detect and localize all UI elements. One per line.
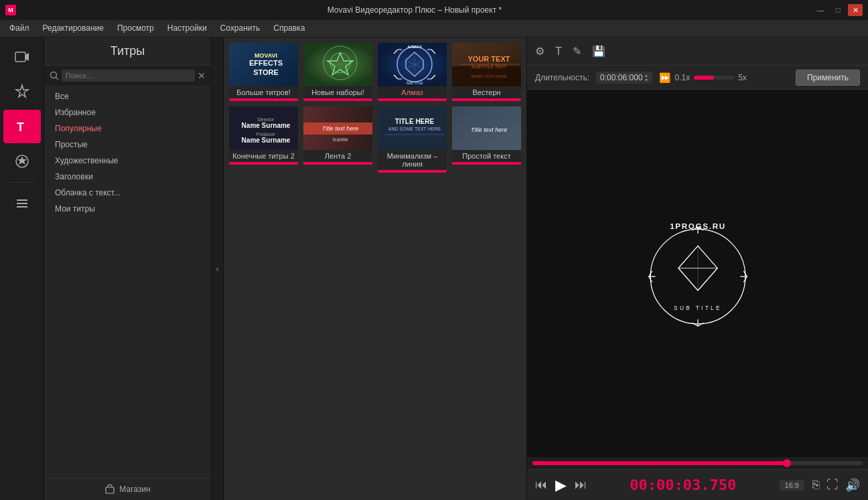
chevron-left-icon: ‹: [216, 264, 219, 274]
svg-text:SUB TITLE: SUB TITLE: [406, 81, 423, 85]
menu-help[interactable]: Справка: [267, 22, 311, 35]
cat-artistic[interactable]: Художественные: [44, 153, 211, 169]
svg-text:SUBTITLE TEXT: SUBTITLE TEXT: [471, 64, 507, 69]
title-bar-accent: [452, 98, 521, 101]
timecode-display: 00:00:03.750: [595, 477, 772, 493]
menu-view[interactable]: Просмотр: [111, 22, 161, 35]
svg-text:Name Surname: Name Surname: [242, 137, 291, 144]
ctrl-icons: ⎘ ⛶ 🔊: [812, 478, 860, 493]
playback-slider[interactable]: [527, 457, 868, 469]
categories-list: Все Избранное Популярные Простые Художес…: [44, 86, 211, 478]
final-thumb: Director Name Surname Producer Name Surn…: [229, 106, 298, 150]
svg-text:Director: Director: [258, 117, 275, 122]
settings-tool-btn[interactable]: ⚙: [535, 45, 545, 58]
preview-area: 1PROGS.RU: [527, 90, 868, 457]
duration-spinners[interactable]: ▲ ▼: [644, 73, 649, 82]
edit-tool-btn[interactable]: ✎: [573, 45, 581, 58]
window-title: Movavi Видеоредактор Плюс – Новый проект…: [16, 5, 813, 15]
speed-section: ⏩ 0.1x 5x: [659, 72, 746, 83]
title-label-almaz: Алмаз: [378, 86, 447, 98]
speed-fill: [694, 76, 714, 80]
title-card-minimal[interactable]: TITLE HERE AND SOME TEXT HERE Минимализм…: [378, 106, 447, 173]
search-input[interactable]: [62, 70, 195, 82]
titles-row-2: Director Name Surname Producer Name Surn…: [229, 106, 521, 173]
western-thumb: YOUR TEXT SUBTITLE TEXT MORE TEXT HERE: [452, 43, 521, 86]
preview-panel: ⚙ T ✎ 💾 Длительность: 0:00:06:000 ▲ ▼ ⏩ …: [526, 37, 868, 500]
sidebar-effects-btn[interactable]: [3, 75, 41, 108]
cat-bubbles[interactable]: Облачка с текст...: [44, 185, 211, 201]
title-label-new-sets: Новые наборы!: [303, 86, 372, 98]
svg-marker-4: [17, 157, 27, 165]
export-btn[interactable]: ⎘: [812, 478, 820, 493]
title-label-western: Вестерн: [452, 86, 521, 98]
store-icon: [104, 484, 115, 495]
svg-text:TITLE HERE: TITLE HERE: [395, 118, 435, 125]
speed-icon: ⏩: [659, 72, 670, 83]
sidebar-transitions-btn[interactable]: [3, 187, 41, 220]
duration-time: 0:00:06:000: [600, 73, 642, 82]
playback-thumb[interactable]: [783, 459, 791, 467]
sidebar-titles-btn[interactable]: T: [3, 110, 41, 143]
sidebar-video-btn[interactable]: [3, 40, 41, 74]
duration-label: Длительность:: [535, 73, 589, 82]
menu-bar: Файл Редактирование Просмотр Настройки С…: [0, 20, 868, 37]
close-button[interactable]: ✕: [848, 4, 863, 16]
minimal-thumb: TITLE HERE AND SOME TEXT HERE: [378, 106, 447, 150]
apply-button[interactable]: Применить: [796, 70, 860, 86]
preview-subtitle-text: SUB TITLE: [674, 305, 722, 311]
cat-headings[interactable]: Заголовки: [44, 169, 211, 185]
content-panel: Титры ✕ Все Избранное Популярные Простые…: [44, 37, 212, 500]
cat-simple[interactable]: Простые: [44, 137, 211, 153]
sidebar-stickers-btn[interactable]: [3, 145, 41, 178]
next-frame-btn[interactable]: ⏭: [575, 478, 587, 492]
svg-rect-10: [106, 487, 114, 493]
menu-edit[interactable]: Редактирование: [36, 22, 111, 35]
almaz-thumb: АЛМАЗ SUB TITLE: [378, 43, 447, 86]
title-card-simple[interactable]: Title text here Простой текст: [452, 106, 521, 173]
svg-point-8: [51, 72, 57, 78]
prev-frame-btn[interactable]: ⏮: [535, 478, 547, 492]
svg-text:T: T: [17, 120, 24, 134]
minimize-button[interactable]: —: [813, 4, 828, 16]
svg-text:АЛМАЗ: АЛМАЗ: [407, 45, 422, 49]
titles-row-1: MOVAVI EFFECTSSTORE Больше титров!: [229, 43, 521, 101]
title-card-final[interactable]: Director Name Surname Producer Name Surn…: [229, 106, 298, 173]
title-label-tape2: Лента 2: [303, 150, 372, 162]
volume-btn[interactable]: 🔊: [845, 478, 860, 493]
svg-rect-15: [378, 43, 447, 86]
text-tool-btn[interactable]: T: [555, 46, 562, 58]
playback-track[interactable]: [532, 461, 863, 465]
preview-toolbar: ⚙ T ✎ 💾: [527, 37, 868, 66]
title-bar-accent: [303, 162, 372, 165]
search-bar: ✕: [44, 66, 211, 86]
maximize-button[interactable]: □: [830, 4, 845, 16]
cat-favorites[interactable]: Избранное: [44, 104, 211, 120]
title-card-western[interactable]: YOUR TEXT SUBTITLE TEXT MORE TEXT HERE В…: [452, 43, 521, 101]
title-label-final: Конечные титры 2: [229, 150, 298, 162]
title-bar-accent: [378, 98, 447, 101]
speed-bar: [694, 76, 734, 80]
sidebar: T: [0, 37, 44, 500]
sidebar-divider: [9, 182, 35, 183]
fullscreen-btn[interactable]: ⛶: [826, 478, 839, 493]
store-button[interactable]: Магазин: [44, 478, 211, 500]
svg-rect-0: [15, 52, 25, 62]
save-tool-btn[interactable]: 💾: [592, 45, 605, 58]
cat-popular[interactable]: Популярные: [44, 120, 211, 137]
title-card-almaz[interactable]: АЛМАЗ SUB TITLE Алмаз: [378, 43, 447, 101]
play-btn[interactable]: ▶: [555, 477, 567, 494]
title-card-tape2[interactable]: Title text here Subtitle Лента 2: [303, 106, 372, 173]
cat-my-titles[interactable]: Мои титры: [44, 201, 211, 217]
title-card-new-sets[interactable]: Новые наборы!: [303, 43, 372, 101]
svg-text:Title text here: Title text here: [322, 125, 358, 132]
menu-file[interactable]: Файл: [3, 22, 36, 35]
title-card-effects-store[interactable]: MOVAVI EFFECTSSTORE Больше титров!: [229, 43, 298, 101]
panel-collapse-btn[interactable]: ‹: [212, 37, 224, 500]
aspect-ratio-btn[interactable]: 16:9: [780, 480, 804, 491]
title-bar: M Movavi Видеоредактор Плюс – Новый прое…: [0, 0, 868, 20]
menu-save[interactable]: Сохранить: [214, 22, 267, 35]
cat-all[interactable]: Все: [44, 88, 211, 104]
search-icon: [50, 71, 59, 80]
search-clear-btn[interactable]: ✕: [198, 70, 206, 81]
menu-settings[interactable]: Настройки: [161, 22, 214, 35]
